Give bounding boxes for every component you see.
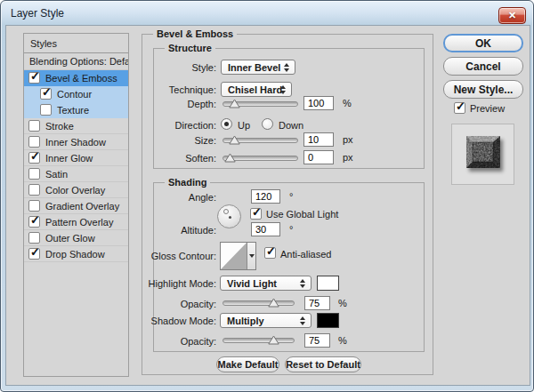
highlight-mode-dropdown[interactable]: Vivid Light xyxy=(220,276,312,291)
bevel-emboss-checkbox[interactable] xyxy=(28,72,40,84)
depth-slider[interactable] xyxy=(222,101,298,107)
use-global-light-label: Use Global Light xyxy=(266,209,338,220)
stepper-icon xyxy=(300,279,306,288)
size-input[interactable] xyxy=(303,132,334,147)
shadow-opacity-input[interactable] xyxy=(304,333,330,348)
sidebar-item-stroke[interactable]: Stroke xyxy=(24,118,128,134)
inner-shadow-checkbox[interactable] xyxy=(28,136,40,148)
window-title: Layer Style xyxy=(11,7,64,20)
direction-down-label: Down xyxy=(279,120,303,131)
highlight-opacity-label: Opacity: xyxy=(136,299,216,309)
bevel-emboss-panel: Bevel & Emboss Structure Style: Inner Be… xyxy=(142,34,433,375)
styles-sidebar: Styles Blending Options: Default Bevel &… xyxy=(23,33,129,377)
contour-shape xyxy=(221,243,247,269)
shadow-opacity-label: Opacity: xyxy=(136,336,216,347)
sidebar-item-blending-options[interactable]: Blending Options: Default xyxy=(24,53,128,70)
direction-down-radio[interactable] xyxy=(262,118,273,130)
titlebar[interactable]: Layer Style ✕ xyxy=(1,1,533,25)
shading-legend: Shading xyxy=(165,177,210,188)
soften-slider[interactable] xyxy=(222,156,298,161)
reset-to-default-button[interactable]: Reset to Default xyxy=(285,356,361,372)
sidebar-item-color-overlay[interactable]: Color Overlay xyxy=(24,182,128,198)
angle-unit: ° xyxy=(289,191,293,202)
shading-group: Shading Angle: ° Use Global Light Altitu… xyxy=(153,182,425,352)
soften-input[interactable] xyxy=(303,150,334,164)
new-style-button[interactable]: New Style... xyxy=(443,80,523,99)
color-overlay-checkbox[interactable] xyxy=(28,184,40,196)
depth-slider-thumb[interactable] xyxy=(229,99,240,108)
sidebar-item-texture[interactable]: Texture xyxy=(24,102,128,118)
stepper-icon xyxy=(280,85,287,94)
highlight-color-swatch[interactable] xyxy=(317,276,339,291)
highlight-opacity-thumb[interactable] xyxy=(268,298,279,308)
depth-unit: % xyxy=(343,98,352,108)
ok-button[interactable]: OK xyxy=(443,34,523,52)
technique-dropdown[interactable]: Chisel Hard xyxy=(221,82,292,97)
shadow-color-swatch[interactable] xyxy=(317,313,339,328)
shadow-opacity-slider[interactable] xyxy=(222,338,295,343)
drop-shadow-checkbox[interactable] xyxy=(28,248,40,260)
depth-input[interactable] xyxy=(303,96,334,110)
gloss-contour-label: Gloss Contour: xyxy=(136,251,216,261)
sidebar-item-satin[interactable]: Satin xyxy=(24,166,128,182)
shadow-opacity-unit: % xyxy=(338,335,347,346)
style-preview-thumbnail xyxy=(466,136,500,168)
sidebar-item-contour[interactable]: Contour xyxy=(24,86,128,102)
structure-group: Structure Style: Inner Bevel Technique: … xyxy=(153,48,425,169)
cancel-button[interactable]: Cancel xyxy=(443,57,523,76)
shadow-mode-label: Shadow Mode: xyxy=(136,316,216,326)
size-slider[interactable] xyxy=(222,138,298,143)
soften-slider-thumb[interactable] xyxy=(224,153,236,163)
stroke-checkbox[interactable] xyxy=(28,120,40,132)
style-value: Inner Bevel xyxy=(228,62,280,73)
use-global-light-checkbox[interactable] xyxy=(250,208,262,220)
stepper-icon xyxy=(300,316,306,325)
sidebar-item-bevel-emboss[interactable]: Bevel & Emboss xyxy=(24,70,128,86)
pattern-overlay-checkbox[interactable] xyxy=(28,216,40,228)
structure-legend: Structure xyxy=(165,43,215,53)
texture-checkbox[interactable] xyxy=(40,104,52,116)
gloss-contour-picker[interactable] xyxy=(220,242,256,270)
altitude-label: Altitude: xyxy=(136,225,216,236)
panel-title: Bevel & Emboss xyxy=(153,28,237,39)
soften-unit: px xyxy=(343,152,353,163)
style-label: Style: xyxy=(136,62,216,73)
sidebar-item-drop-shadow[interactable]: Drop Shadow xyxy=(24,246,128,262)
sidebar-item-styles[interactable]: Styles xyxy=(24,34,128,53)
direction-up-radio[interactable] xyxy=(221,118,232,130)
style-dropdown[interactable]: Inner Bevel xyxy=(221,60,295,75)
anti-aliased-checkbox[interactable] xyxy=(264,247,276,259)
highlight-opacity-input[interactable] xyxy=(304,296,330,310)
preview-checkbox[interactable] xyxy=(454,102,465,114)
close-icon: ✕ xyxy=(508,11,516,20)
shadow-opacity-thumb[interactable] xyxy=(268,335,279,345)
size-slider-thumb[interactable] xyxy=(229,135,240,145)
size-unit: px xyxy=(343,134,353,145)
preview-label: Preview xyxy=(470,103,505,114)
angle-input[interactable] xyxy=(251,189,280,204)
sidebar-item-pattern-overlay[interactable]: Pattern Overlay xyxy=(24,214,128,230)
angle-dial-center xyxy=(229,216,231,219)
sidebar-item-outer-glow[interactable]: Outer Glow xyxy=(24,230,128,246)
altitude-input[interactable] xyxy=(251,222,280,236)
preview-panel xyxy=(451,124,514,185)
gloss-contour-thumbnail[interactable] xyxy=(221,243,247,269)
angle-dial-marker xyxy=(223,209,229,214)
sidebar-item-inner-glow[interactable]: Inner Glow xyxy=(24,150,128,166)
satin-checkbox[interactable] xyxy=(28,168,40,180)
chevron-down-icon[interactable] xyxy=(247,243,255,269)
contour-checkbox[interactable] xyxy=(40,88,52,100)
sidebar-item-inner-shadow[interactable]: Inner Shadow xyxy=(24,134,128,150)
highlight-mode-label: Highlight Mode: xyxy=(136,278,216,289)
sidebar-item-gradient-overlay[interactable]: Gradient Overlay xyxy=(24,198,128,214)
outer-glow-checkbox[interactable] xyxy=(28,232,40,244)
shadow-mode-dropdown[interactable]: Multiply xyxy=(220,313,312,328)
close-button[interactable]: ✕ xyxy=(498,7,526,24)
make-default-button[interactable]: Make Default xyxy=(216,356,279,372)
inner-glow-checkbox[interactable] xyxy=(28,152,40,164)
gradient-overlay-checkbox[interactable] xyxy=(28,200,40,212)
technique-label: Technique: xyxy=(136,84,216,95)
dialog-body: Styles Blending Options: Default Bevel &… xyxy=(5,25,530,386)
angle-dial[interactable] xyxy=(217,204,241,228)
highlight-opacity-slider[interactable] xyxy=(222,300,295,306)
